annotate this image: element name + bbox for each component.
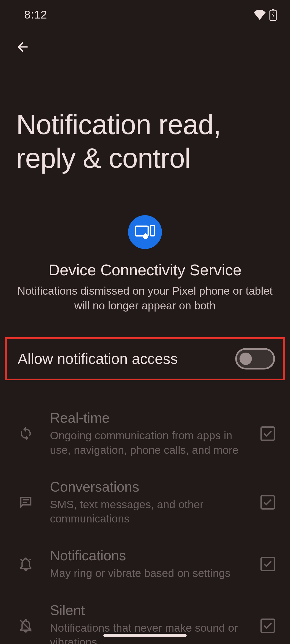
battery-charging-icon xyxy=(269,9,277,21)
category-checkbox-notifications xyxy=(260,557,275,571)
arrow-left-icon xyxy=(15,39,30,55)
allow-notification-access-row[interactable]: Allow notification access xyxy=(5,337,285,380)
app-name: Device Connectivity Service xyxy=(16,261,274,279)
app-header: Device Connectivity Service Notification… xyxy=(0,215,290,313)
svg-rect-3 xyxy=(150,225,155,236)
wifi-icon xyxy=(253,10,266,20)
category-subtitle: Notifications that never make sound or v… xyxy=(50,621,247,644)
nav-gesture-bar[interactable] xyxy=(103,634,187,637)
status-bar: 8:12 xyxy=(0,0,290,30)
page-title: Notification read, reply & control xyxy=(0,57,290,175)
app-icon xyxy=(128,215,162,249)
category-title: Notifications xyxy=(50,547,247,564)
chat-icon xyxy=(15,492,37,513)
category-checkbox-silent xyxy=(260,619,275,633)
switch-thumb xyxy=(240,353,252,365)
status-time: 8:12 xyxy=(24,8,47,21)
category-title: Silent xyxy=(50,602,247,618)
category-subtitle: Ongoing communication from apps in use, … xyxy=(50,429,247,457)
category-checkbox-realtime xyxy=(260,426,275,441)
bell-off-icon xyxy=(15,615,37,636)
svg-rect-1 xyxy=(272,9,274,10)
category-row-notifications: Notifications May ring or vibrate based … xyxy=(15,537,275,591)
allow-notification-access-label: Allow notification access xyxy=(18,350,178,367)
category-title: Real-time xyxy=(50,410,247,426)
category-checkbox-conversations xyxy=(260,495,275,510)
sync-icon xyxy=(15,423,37,444)
bell-ring-icon xyxy=(15,553,37,575)
app-description: Notifications dismissed on your Pixel ph… xyxy=(16,284,274,313)
status-icons xyxy=(253,9,277,21)
back-button[interactable] xyxy=(13,38,32,57)
category-title: Conversations xyxy=(50,479,247,495)
allow-notification-access-switch[interactable] xyxy=(235,348,275,369)
category-row-realtime: Real-time Ongoing communication from app… xyxy=(15,399,275,468)
svg-rect-5 xyxy=(145,233,146,235)
category-subtitle: May ring or vibrate based on settings xyxy=(50,566,247,580)
category-subtitle: SMS, text messages, and other communicat… xyxy=(50,497,247,526)
category-row-conversations: Conversations SMS, text messages, and ot… xyxy=(15,468,275,537)
